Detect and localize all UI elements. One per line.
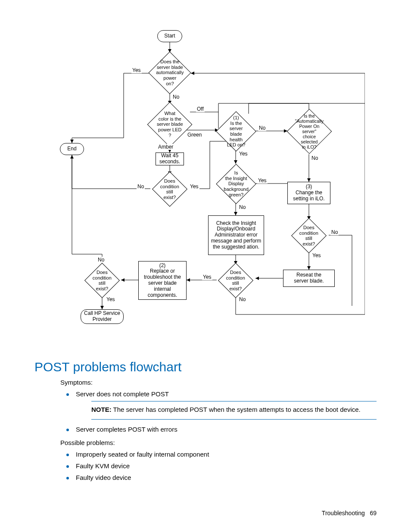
node-p2: Check the Insight Display/Onboard Admini…	[208, 215, 264, 255]
lbl-d6-no: No	[238, 204, 246, 210]
node-d7: Does condition still exist?	[218, 263, 253, 298]
svg-marker-19	[121, 278, 125, 282]
text: Server completes POST with errors	[76, 426, 177, 433]
text: Is the Insight Display background green?	[224, 170, 249, 197]
section-heading: POST problems flowchart	[34, 360, 377, 374]
document-page: Start End Call HP Service Provider Does …	[0, 0, 411, 532]
lbl-d3-yes: Yes	[238, 151, 249, 157]
text: Improperly seated or faulty internal com…	[76, 451, 209, 458]
text: Does condition still exist?	[225, 270, 246, 292]
note-text: The server has completed POST when the s…	[112, 406, 361, 413]
problems-list: Improperly seated or faulty internal com…	[60, 451, 377, 481]
symptoms-list: Server does not complete POST NOTE: The …	[60, 390, 377, 433]
list-item: Improperly seated or faulty internal com…	[60, 451, 377, 458]
list-item: Faulty video device	[60, 474, 377, 481]
body-content: Symptoms: Server does not complete POST …	[60, 379, 377, 481]
text: End	[67, 146, 76, 152]
node-p5: Reseat the server blade.	[283, 270, 335, 287]
svg-marker-27	[307, 266, 311, 270]
lbl-d7-no: No	[238, 296, 246, 302]
lbl-d9-yes: Yes	[311, 252, 322, 258]
node-d6: Is the Insight Display background green?	[216, 164, 256, 204]
lbl-d5-no: No	[137, 184, 145, 190]
node-start: Start	[157, 30, 182, 42]
node-p1: Wait 45 seconds.	[156, 152, 184, 165]
node-d3: (1) Is the server blade health LED on?	[216, 111, 256, 151]
node-end: End	[60, 143, 84, 155]
svg-marker-18	[187, 278, 190, 282]
lbl-d2-green: Green	[187, 132, 202, 138]
node-d4: Is the "Automatically Power On server" c…	[287, 109, 332, 154]
lbl-d3-no: No	[258, 125, 266, 131]
text: What color is the server blade power LED…	[156, 111, 184, 138]
svg-marker-23	[307, 178, 311, 182]
text: Wait 45 seconds.	[159, 153, 180, 165]
svg-marker-29	[191, 72, 194, 75]
node-p4: (2) Replace or troubleshoot the server b…	[138, 261, 187, 300]
svg-marker-2	[70, 140, 74, 143]
node-d2: What color is the server blade power LED…	[147, 102, 193, 147]
svg-marker-15	[234, 212, 237, 215]
lbl-d8-no: No	[97, 257, 105, 263]
lbl-d1-yes: Yes	[131, 67, 142, 73]
lbl-d2-off: Off	[196, 106, 205, 112]
lbl-d7-yes: Yes	[202, 274, 212, 280]
text: (1) Is the server blade health LED on?	[224, 115, 248, 148]
lbl-d1-no: No	[172, 94, 180, 100]
footer-section: Troubleshooting	[322, 510, 365, 516]
lbl-d8-yes: Yes	[106, 296, 116, 302]
svg-marker-13	[234, 160, 237, 164]
power-on-flowchart: Start End Call HP Service Provider Does …	[46, 30, 365, 347]
node-call-service: Call HP Service Provider	[81, 309, 124, 324]
list-item: Faulty KVM device	[60, 462, 377, 470]
node-p3: (3) Change the setting in iLO.	[287, 182, 330, 204]
text: Does condition still exist?	[159, 178, 180, 200]
text: Start	[164, 33, 175, 39]
lbl-d2-amber: Amber	[157, 144, 174, 150]
text: Does the server blade automatically powe…	[156, 59, 184, 86]
node-d8: Does condition still exist?	[84, 263, 120, 298]
symptoms-label: Symptoms:	[60, 379, 377, 386]
lbl-d5-yes: Yes	[189, 184, 199, 190]
text: Faulty video device	[76, 474, 131, 481]
svg-marker-10	[70, 155, 74, 159]
svg-marker-21	[100, 306, 104, 309]
page-footer: Troubleshooting 69	[322, 510, 377, 516]
node-d5: Does condition still exist?	[152, 171, 187, 207]
list-item: Server does not complete POST NOTE: The …	[60, 390, 377, 420]
lbl-d4-no: No	[311, 155, 319, 161]
text: Server does not complete POST	[76, 390, 169, 398]
node-d9: Does condition still exist?	[291, 218, 327, 253]
svg-marker-28	[255, 277, 259, 280]
text: Does condition still exist?	[92, 270, 112, 292]
lbl-d6-yes: Yes	[257, 177, 268, 184]
list-item: Server completes POST with errors	[60, 426, 377, 433]
text: Check the Insight Display/Onboard Admini…	[211, 221, 262, 250]
text: Reseat the server blade.	[294, 272, 324, 284]
text: Call HP Service Provider	[84, 311, 120, 323]
text: Does condition still exist?	[299, 225, 319, 247]
footer-page: 69	[370, 510, 377, 516]
possible-label: Possible problems:	[60, 439, 377, 446]
text: (2) Replace or troubleshoot the server b…	[144, 263, 181, 299]
note-box: NOTE: The server has completed POST when…	[91, 401, 377, 420]
text: (3) Change the setting in iLO.	[293, 184, 324, 202]
note-label: NOTE:	[91, 406, 112, 413]
text: Is the "Automatically Power On server" c…	[295, 113, 324, 149]
lbl-d9-no: No	[330, 229, 339, 235]
text: Faulty KVM device	[76, 462, 130, 470]
node-d1: Does the server blade automatically powe…	[149, 52, 191, 94]
